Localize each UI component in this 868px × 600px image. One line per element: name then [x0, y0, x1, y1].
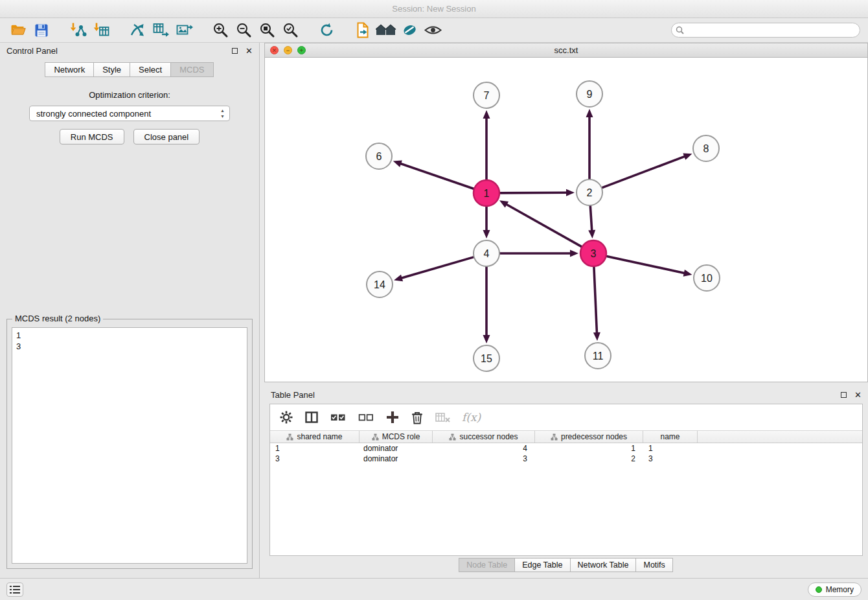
tab-edge-table[interactable]: Edge Table: [514, 558, 570, 572]
zoom-selected-button[interactable]: [280, 20, 301, 41]
maximize-window-icon[interactable]: +: [297, 46, 306, 54]
column-header-name[interactable]: name: [643, 431, 698, 443]
import-network-button[interactable]: [67, 20, 88, 41]
search-icon: [676, 26, 684, 34]
table-row[interactable]: 1 dominator 4 1 1: [270, 443, 862, 454]
zoom-fit-button[interactable]: [257, 20, 277, 41]
graph-node-label: 4: [484, 248, 490, 259]
deselect-all-columns-icon[interactable]: [358, 410, 374, 424]
graph-edge-2-8[interactable]: [602, 156, 686, 188]
gear-icon[interactable]: [279, 410, 293, 424]
node-table: shared name MCDS role successor nodes pr…: [270, 430, 862, 464]
network-view-title: scc.txt: [554, 45, 578, 55]
cell-shared-name[interactable]: 1: [270, 444, 360, 453]
split-view-icon[interactable]: [304, 410, 319, 424]
share-network-icon: [129, 21, 146, 39]
cell-predecessor-nodes[interactable]: 1: [535, 444, 643, 453]
show-graphics-button[interactable]: [422, 20, 443, 41]
graph-edge-arrowhead: [593, 332, 600, 341]
graph-node-label: 11: [593, 351, 604, 362]
network-view-titlebar[interactable]: ✕ − + scc.txt: [265, 43, 867, 58]
graph-edge-arrowhead: [683, 154, 692, 160]
column-label: shared name: [297, 432, 342, 441]
cell-mcds-role[interactable]: dominator: [360, 454, 433, 463]
close-panel-icon[interactable]: ✕: [854, 391, 862, 399]
sort-icon: [372, 433, 379, 441]
refresh-button[interactable]: [316, 20, 337, 41]
graph-edge-3-10[interactable]: [607, 256, 686, 273]
copy-network-button[interactable]: [352, 20, 373, 41]
status-bar: Memory: [0, 578, 868, 600]
select-all-columns-icon[interactable]: [330, 410, 347, 424]
table-row[interactable]: 3 dominator 3 2 3: [270, 454, 862, 464]
search-input[interactable]: [671, 23, 860, 38]
cell-successor-nodes[interactable]: 3: [433, 454, 535, 463]
tab-motifs[interactable]: Motifs: [635, 558, 672, 572]
mcds-result-line: 1: [16, 330, 243, 341]
network-from-selection-button[interactable]: [127, 20, 148, 41]
import-table-button[interactable]: [91, 20, 111, 41]
graph-edge-1-6[interactable]: [399, 163, 474, 189]
tab-node-table[interactable]: Node Table: [459, 558, 515, 572]
float-panel-icon[interactable]: [232, 48, 238, 54]
cell-predecessor-nodes[interactable]: 2: [535, 454, 643, 463]
column-header-predecessor-nodes[interactable]: predecessor nodes: [535, 431, 643, 443]
tab-style[interactable]: Style: [93, 62, 130, 77]
export-image-button[interactable]: [174, 20, 194, 41]
graph-node-label: 14: [374, 279, 385, 290]
optimization-criterion-label: Optimization criterion:: [0, 90, 259, 100]
graph-node-label: 2: [587, 187, 593, 198]
cell-shared-name[interactable]: 3: [270, 454, 360, 463]
column-header-mcds-role[interactable]: MCDS role: [360, 431, 433, 443]
graph-node-label: 3: [591, 248, 597, 259]
run-mcds-button[interactable]: Run MCDS: [60, 129, 124, 144]
minimize-window-icon[interactable]: −: [284, 46, 292, 54]
toolbar-separator: [303, 30, 314, 30]
graph-edge-arrowhead: [394, 275, 403, 282]
graph-edge-2-3[interactable]: [590, 206, 592, 232]
graph-edge-3-11[interactable]: [594, 267, 597, 334]
style-icon: [401, 21, 418, 39]
task-history-button[interactable]: [6, 583, 23, 597]
mcds-result-textarea[interactable]: 1 3: [12, 327, 247, 564]
tab-network[interactable]: Network: [45, 62, 94, 77]
open-file-button[interactable]: [8, 20, 29, 41]
graph-edge-1-2[interactable]: [500, 192, 568, 193]
close-window-icon[interactable]: ✕: [270, 46, 279, 54]
close-panel-icon[interactable]: ✕: [246, 47, 253, 55]
float-panel-icon[interactable]: [841, 392, 847, 398]
graph-edge-4-14[interactable]: [400, 257, 474, 279]
column-header-shared-name[interactable]: shared name: [270, 431, 360, 443]
graph-node-label: 6: [376, 151, 382, 162]
control-panel-tabs: Network Style Select MCDS: [0, 62, 259, 77]
delete-column-icon[interactable]: [411, 410, 424, 424]
apply-style-button[interactable]: [399, 20, 420, 41]
column-label: successor nodes: [459, 432, 518, 441]
save-session-button[interactable]: [31, 20, 52, 41]
cell-name[interactable]: 1: [643, 444, 698, 453]
cell-successor-nodes[interactable]: 4: [433, 444, 535, 453]
tab-select[interactable]: Select: [130, 62, 171, 77]
tab-network-table[interactable]: Network Table: [570, 558, 637, 572]
memory-button[interactable]: Memory: [808, 583, 862, 597]
graph-edge-arrowhead: [393, 160, 402, 167]
zoom-in-button[interactable]: [210, 20, 231, 41]
clone-network-button[interactable]: [150, 20, 171, 41]
home-layout-button[interactable]: [376, 20, 396, 41]
zoom-out-button[interactable]: [233, 20, 254, 41]
graph-node-label: 15: [481, 353, 492, 364]
column-header-successor-nodes[interactable]: successor nodes: [433, 431, 535, 443]
add-column-icon[interactable]: [385, 410, 400, 424]
cell-name[interactable]: 3: [643, 454, 698, 463]
column-label: name: [660, 432, 680, 441]
criterion-dropdown[interactable]: strongly connected component ▲▼: [29, 106, 230, 121]
close-panel-button[interactable]: Close panel: [133, 129, 200, 144]
graph-edge-arrowhead: [683, 270, 692, 277]
table-panel-tabs: Node Table Edge Table Network Table Moti…: [264, 558, 868, 572]
memory-status-icon: [816, 586, 822, 593]
network-canvas[interactable]: 7968124314101511: [265, 58, 867, 382]
graph-edge-3-1[interactable]: [505, 203, 582, 246]
cell-mcds-role[interactable]: dominator: [360, 444, 433, 453]
control-panel: Control Panel ✕ Network Style Select MCD…: [0, 43, 260, 578]
tab-mcds[interactable]: MCDS: [170, 62, 213, 77]
